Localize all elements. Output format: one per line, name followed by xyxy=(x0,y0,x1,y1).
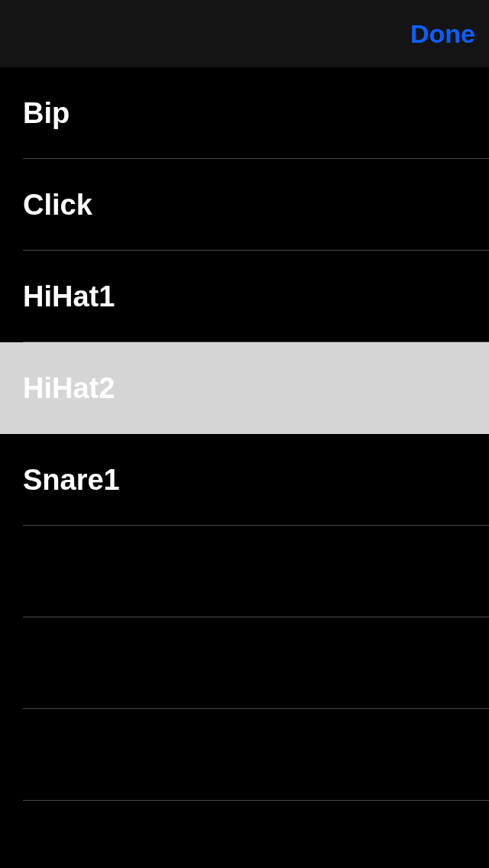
sound-list: Bip Click HiHat1 HiHat2 Snare1 xyxy=(0,67,489,801)
list-item-label: HiHat2 xyxy=(23,372,115,405)
list-item-label: Bip xyxy=(23,97,70,130)
list-item-label: Click xyxy=(23,189,92,222)
empty-row xyxy=(0,617,489,709)
empty-row xyxy=(0,709,489,801)
header-bar: Done xyxy=(0,0,489,67)
list-item-click[interactable]: Click xyxy=(0,159,489,251)
separator xyxy=(23,800,489,801)
empty-row xyxy=(0,526,489,617)
done-button[interactable]: Done xyxy=(410,19,475,49)
list-item-label: HiHat1 xyxy=(23,280,115,313)
list-item-hihat2[interactable]: HiHat2 xyxy=(0,342,489,434)
list-item-hihat1[interactable]: HiHat1 xyxy=(0,251,489,342)
list-item-snare1[interactable]: Snare1 xyxy=(0,434,489,526)
list-item-bip[interactable]: Bip xyxy=(0,67,489,159)
list-item-label: Snare1 xyxy=(23,464,120,497)
